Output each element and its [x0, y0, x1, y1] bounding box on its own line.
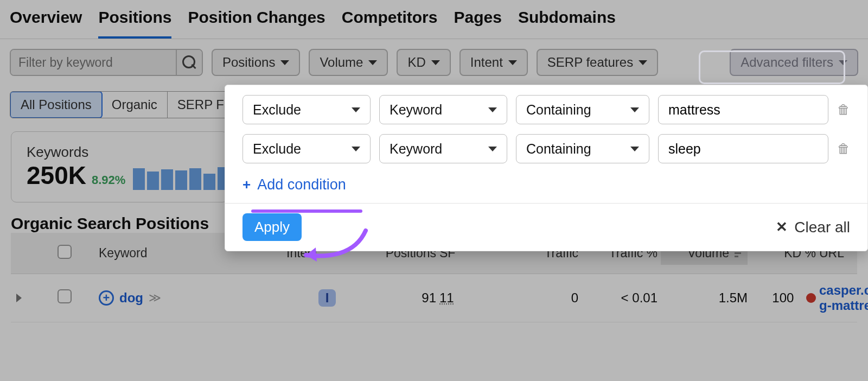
chevron-down-icon	[352, 147, 360, 151]
difficulty-dot-icon	[806, 293, 816, 303]
cell-volume: 1.5M	[661, 290, 748, 306]
add-keyword-icon[interactable]: +	[99, 290, 114, 306]
sparkline	[133, 166, 229, 190]
segment-all-positions[interactable]: All Positions	[10, 91, 103, 118]
chevron-down-icon	[488, 147, 497, 151]
chevron-down-icon	[508, 60, 517, 65]
delete-condition-icon[interactable]: 🗑	[837, 102, 850, 117]
chevron-down-icon	[839, 60, 847, 65]
condition-action-select[interactable]: Exclude	[242, 134, 371, 163]
keyword-link[interactable]: dog	[119, 290, 143, 306]
condition-op-select[interactable]: Containing	[516, 134, 649, 163]
keyword-filter-input[interactable]	[11, 50, 176, 75]
cell-traffic-pct: < 0.01	[582, 290, 658, 306]
cell-positions: 91	[371, 290, 436, 306]
filter-volume[interactable]: Volume	[309, 49, 388, 76]
stat-value: 250K	[27, 161, 86, 190]
tab-subdomains[interactable]: Subdomains	[518, 8, 616, 39]
url-link-2[interactable]: g-mattresse	[819, 298, 868, 313]
condition-op-select[interactable]: Containing	[516, 95, 649, 124]
url-link[interactable]: casper.com/	[819, 283, 868, 297]
filter-bar: Positions Volume KD Intent SERP features…	[0, 39, 868, 76]
chevron-down-icon	[639, 60, 647, 65]
chevron-down-icon	[431, 60, 440, 65]
cell-traffic: 0	[497, 290, 578, 306]
chevron-down-icon	[630, 107, 639, 112]
condition-row: Exclude Keyword Containing 🗑	[225, 85, 867, 134]
expand-row-icon[interactable]	[16, 294, 22, 302]
add-condition-button[interactable]: + Add condition	[242, 173, 346, 196]
chevron-down-icon	[352, 107, 360, 112]
annotation-underline	[251, 209, 362, 213]
condition-field-select[interactable]: Keyword	[379, 134, 507, 163]
filter-positions[interactable]: Positions	[212, 49, 300, 76]
filter-serp-features[interactable]: SERP features	[537, 49, 658, 76]
condition-row: Exclude Keyword Containing 🗑	[225, 134, 867, 173]
tab-overview[interactable]: Overview	[10, 8, 82, 39]
search-icon	[182, 55, 196, 69]
stat-percent: 8.92%	[92, 173, 125, 187]
search-button[interactable]	[176, 50, 202, 75]
row-checkbox[interactable]	[58, 289, 72, 303]
condition-value-input[interactable]	[658, 134, 828, 163]
filter-advanced[interactable]: Advanced filters	[730, 49, 858, 76]
chevron-down-icon	[630, 147, 639, 151]
table-row: + dog ≫ I 91 11 0 < 0.01 1.5M 100 casper…	[11, 274, 857, 322]
delete-condition-icon[interactable]: 🗑	[837, 141, 850, 156]
condition-value-input[interactable]	[658, 95, 828, 124]
filter-kd[interactable]: KD	[397, 49, 450, 76]
cell-kd: 100	[772, 290, 794, 306]
filter-intent[interactable]: Intent	[459, 49, 528, 76]
chevron-down-icon	[488, 107, 497, 112]
chevron-right-icon: ≫	[149, 291, 161, 305]
intent-badge: I	[318, 289, 336, 307]
select-all-checkbox[interactable]	[58, 245, 72, 259]
stat-label: Keywords	[27, 144, 125, 161]
apply-button[interactable]: Apply	[242, 213, 302, 241]
condition-action-select[interactable]: Exclude	[242, 95, 371, 124]
tab-positions[interactable]: Positions	[98, 8, 171, 39]
close-icon: ✕	[776, 219, 788, 236]
advanced-filters-popup: Exclude Keyword Containing 🗑 Exclude Key…	[225, 85, 868, 251]
keywords-stat-card: Keywords 250K 8.92%	[11, 131, 228, 202]
chevron-down-icon	[280, 60, 289, 65]
keyword-filter[interactable]	[10, 49, 203, 76]
plus-icon: +	[242, 176, 251, 193]
cell-sf: 11	[439, 290, 494, 306]
chevron-down-icon	[368, 60, 377, 65]
tab-pages[interactable]: Pages	[454, 8, 501, 39]
tab-competitors[interactable]: Competitors	[342, 8, 438, 39]
tab-position-changes[interactable]: Position Changes	[188, 8, 325, 39]
segment-organic[interactable]: Organic	[102, 92, 168, 118]
condition-field-select[interactable]: Keyword	[379, 95, 507, 124]
nav-tabs: Overview Positions Position Changes Comp…	[0, 0, 868, 39]
clear-all-button[interactable]: ✕ Clear all	[776, 219, 850, 236]
